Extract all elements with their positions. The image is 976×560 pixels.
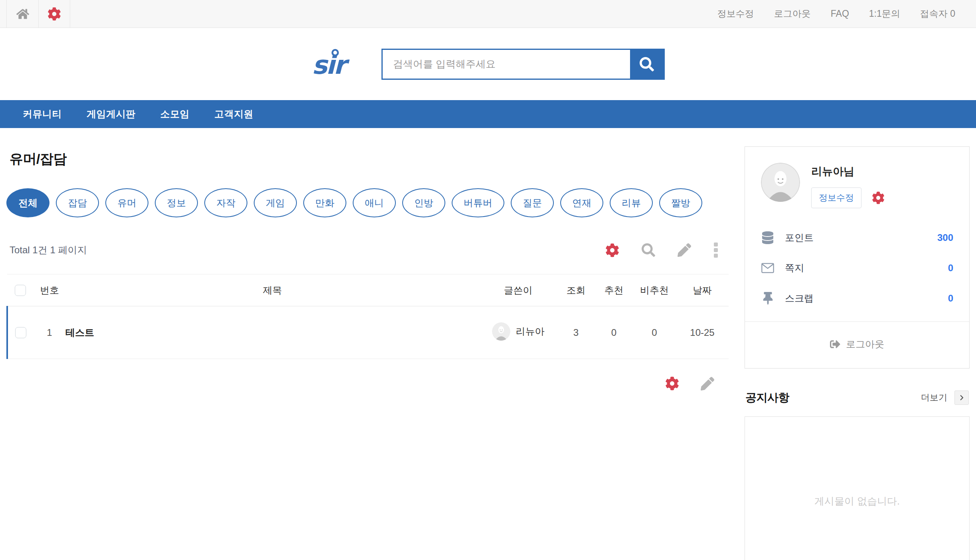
post-number: 1 (34, 306, 65, 359)
topbar-quick-icons (6, 0, 70, 28)
pencil-icon (678, 243, 691, 257)
author-name: 리뉴아 (516, 325, 545, 338)
category-stream[interactable]: 인방 (402, 188, 445, 217)
category-filter: 전체 잡담 유머 정보 자작 게임 만화 애니 인방 버튜버 질문 연재 리뷰 … (6, 188, 729, 217)
search-input[interactable] (383, 50, 630, 79)
page-title: 유머/잡담 (10, 150, 729, 168)
board-settings-button-bottom[interactable] (665, 377, 679, 390)
total-count-text: Total 1건 1 페이지 (10, 244, 87, 256)
category-vtuber[interactable]: 버튜버 (452, 188, 504, 217)
profile-name: 리뉴아님 (811, 164, 885, 179)
nav-support[interactable]: 고객지원 (214, 108, 253, 120)
pencil-icon (701, 377, 714, 390)
stat-label: 스크랩 (785, 292, 814, 305)
post-title-link[interactable]: 테스트 (65, 327, 94, 338)
menu-faq[interactable]: FAQ (831, 8, 849, 19)
gear-icon (665, 377, 679, 390)
search-submit-button[interactable] (630, 50, 664, 79)
top-utility-bar: 정보수정 로그아웃 FAQ 1:1문의 접속자 0 (0, 0, 976, 28)
notice-more-button[interactable] (954, 390, 969, 405)
global-nav: 커뮤니티 게임게시판 소모임 고객지원 (0, 100, 976, 128)
nav-community[interactable]: 커뮤니티 (23, 108, 62, 120)
menu-edit-profile[interactable]: 정보수정 (717, 8, 754, 20)
member-settings-button[interactable] (872, 191, 885, 204)
stat-value: 0 (948, 293, 953, 304)
col-header-date: 날짜 (676, 274, 729, 306)
profile-summary: 리뉴아님 정보수정 (761, 163, 953, 208)
post-date: 10-25 (676, 306, 729, 359)
points-coins-icon (761, 231, 774, 244)
divider (745, 321, 969, 322)
logo-ring (332, 50, 338, 55)
write-post-button-bottom[interactable] (701, 377, 714, 390)
stat-scrap[interactable]: 스크랩 0 (761, 283, 953, 314)
logout-button[interactable]: 로그아웃 (761, 332, 953, 356)
col-header-likes: 추천 (595, 274, 633, 306)
nav-groups[interactable]: 소모임 (160, 108, 190, 120)
category-comics[interactable]: 만화 (303, 188, 346, 217)
post-views: 3 (557, 306, 595, 359)
post-table: 번호 제목 글쓴이 조회 추천 비추천 날짜 1 테스트 (6, 274, 729, 359)
search-icon (642, 243, 655, 257)
profile-stats: 포인트 300 쪽지 0 스크랩 0 (761, 223, 953, 314)
post-author-link[interactable]: 리뉴아 (492, 322, 545, 341)
nav-game-board[interactable]: 게임게시판 (87, 108, 136, 120)
notice-title: 공지사항 (745, 390, 789, 405)
gear-icon (872, 191, 885, 204)
edit-profile-button[interactable]: 정보수정 (811, 187, 861, 208)
board-main: 유머/잡담 전체 잡담 유머 정보 자작 게임 만화 애니 인방 버튜버 질문 … (6, 128, 729, 390)
category-meme[interactable]: 짤방 (659, 188, 702, 217)
content-area: 유머/잡담 전체 잡담 유머 정보 자작 게임 만화 애니 인방 버튜버 질문 … (0, 128, 976, 560)
scrap-pin-icon (761, 292, 774, 305)
more-options-button[interactable] (713, 242, 718, 258)
post-dislikes: 0 (633, 306, 676, 359)
notice-more: 더보기 (921, 390, 969, 405)
category-info[interactable]: 정보 (155, 188, 198, 217)
col-header-views: 조회 (557, 274, 595, 306)
select-all-checkbox[interactable] (15, 285, 26, 296)
table-row: 1 테스트 (7, 306, 729, 359)
admin-settings-button[interactable] (38, 0, 70, 28)
category-game[interactable]: 게임 (254, 188, 297, 217)
logout-label: 로그아웃 (846, 338, 884, 351)
notice-header: 공지사항 더보기 (745, 390, 970, 405)
list-tools (605, 242, 718, 258)
board-search-button[interactable] (642, 243, 655, 257)
menu-inquiry[interactable]: 1:1문의 (869, 8, 900, 20)
gear-icon (605, 243, 619, 257)
list-toolbar: Total 1건 1 페이지 (6, 242, 729, 258)
category-chat[interactable]: 잡담 (56, 188, 99, 217)
col-header-title: 제목 (65, 274, 479, 306)
category-anime[interactable]: 애니 (353, 188, 396, 217)
profile-actions: 정보수정 (811, 187, 885, 208)
notice-more-link[interactable]: 더보기 (921, 392, 947, 404)
stat-label: 쪽지 (785, 262, 804, 274)
category-question[interactable]: 질문 (511, 188, 554, 217)
stat-points[interactable]: 포인트 300 (761, 223, 953, 253)
category-humor[interactable]: 유머 (105, 188, 148, 217)
menu-logout[interactable]: 로그아웃 (774, 8, 811, 20)
col-header-author: 글쓴이 (479, 274, 557, 306)
notice-empty-text: 게시물이 없습니다. (814, 495, 900, 508)
col-header-no: 번호 (34, 274, 65, 306)
topbar-menu: 정보수정 로그아웃 FAQ 1:1문의 접속자 0 (717, 0, 976, 28)
board-settings-button[interactable] (605, 243, 619, 257)
category-review[interactable]: 리뷰 (610, 188, 653, 217)
stat-label: 포인트 (785, 231, 814, 244)
row-checkbox[interactable] (15, 327, 26, 338)
profile-info: 리뉴아님 정보수정 (811, 163, 885, 208)
logo-text: sir (312, 50, 350, 80)
category-original[interactable]: 자작 (204, 188, 247, 217)
write-post-button[interactable] (678, 243, 691, 257)
home-icon (16, 8, 29, 20)
kebab-menu-icon (713, 242, 718, 258)
stat-memo[interactable]: 쪽지 0 (761, 253, 953, 283)
menu-visitors-count[interactable]: 접속자 0 (920, 8, 955, 20)
search-box (381, 49, 665, 80)
profile-avatar (761, 163, 800, 202)
site-header: sir (0, 28, 976, 100)
home-button[interactable] (6, 0, 38, 28)
category-all[interactable]: 전체 (6, 188, 49, 217)
category-series[interactable]: 연재 (560, 188, 603, 217)
site-logo[interactable]: sir (311, 47, 358, 81)
